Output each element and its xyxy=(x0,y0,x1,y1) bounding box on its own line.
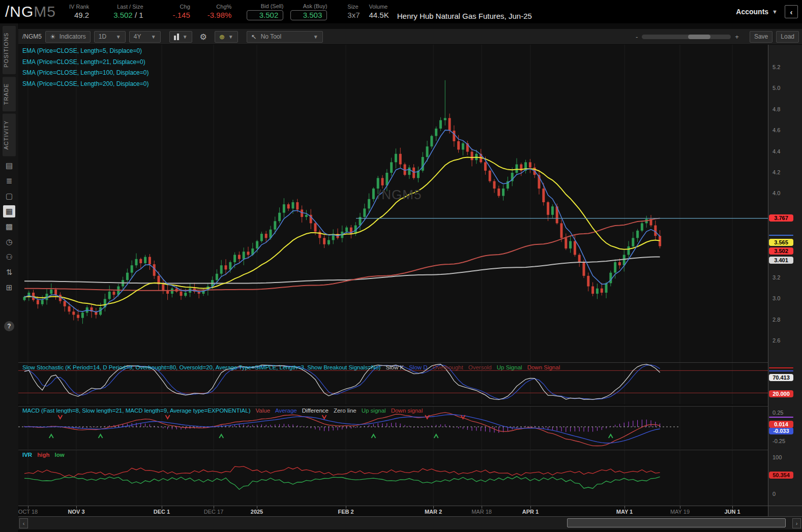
chevron-left-icon: ‹ xyxy=(790,8,793,16)
time-axis[interactable]: OCT 18NOV 3DEC 1DEC 172025FEB 2MAR 2MAR … xyxy=(18,506,802,516)
study-label-3[interactable]: SMA (Price=CLOSE, Length=200, Displace=0… xyxy=(22,79,148,90)
up-signal-arrow xyxy=(49,434,53,438)
axis-price-bubble xyxy=(769,417,793,418)
panel-study-label: MACD (Fast length=8, Slow length=21, MAC… xyxy=(22,408,251,414)
ask-button[interactable]: 3.503 xyxy=(290,10,327,21)
study-label-0[interactable]: EMA (Price=CLOSE, Length=5, Displace=0) xyxy=(22,46,148,57)
price-chart[interactable] xyxy=(18,45,768,362)
axis-price-bubble xyxy=(769,367,793,368)
ivr-header[interactable]: IVRhighlow xyxy=(22,452,70,458)
scrollbar-thumb[interactable] xyxy=(567,518,786,527)
panel-separator[interactable] xyxy=(18,362,802,363)
iv-rank-value: 49.2 xyxy=(74,11,89,20)
sidebar-tab-trade[interactable]: TRADE xyxy=(3,77,16,111)
accounts-menu[interactable]: Accounts ▼ xyxy=(736,8,778,16)
chart-toolbar: /NGM5 ☀ Indicators 1D▼ 4Y▼ ▼ ⚙ ⊕ ▼ ↖ No … xyxy=(18,29,802,45)
axis-price-bubble: 3.401 xyxy=(769,257,793,264)
zoom-slider[interactable] xyxy=(642,35,731,39)
zoom-control: - + xyxy=(636,33,739,41)
axis-price-bubble: 20.000 xyxy=(769,390,793,397)
macd-header[interactable]: MACD (Fast length=8, Slow length=21, MAC… xyxy=(22,408,428,414)
volume-field: Volume 44.5K xyxy=(369,4,389,20)
chg-value: -.145 xyxy=(173,11,190,20)
axis-tick-label: 4.2 xyxy=(773,169,780,175)
zoom-out-button[interactable]: - xyxy=(636,33,638,41)
up-signal-arrow xyxy=(219,434,223,438)
time-tick-label: JUN 1 xyxy=(724,509,740,515)
sidebar-tab-activity[interactable]: ACTIVITY xyxy=(3,114,16,157)
ivr-panel[interactable] xyxy=(18,450,768,506)
time-tick-label: MAR 18 xyxy=(471,509,492,515)
news-icon[interactable]: ▤ xyxy=(3,160,15,172)
chg-field: Chg -.145 xyxy=(173,4,190,20)
legend-item: Slow D xyxy=(409,364,427,370)
widget-box-icon[interactable]: ⊞ xyxy=(3,281,15,294)
chevron-down-icon: ▼ xyxy=(228,34,233,40)
axis-price-bubble: 3.502 xyxy=(769,247,793,255)
chevron-down-icon: ▼ xyxy=(151,34,156,40)
panel-separator[interactable] xyxy=(18,406,802,406)
zoom-in-button[interactable]: + xyxy=(735,33,739,41)
period-dropdown[interactable]: 1D▼ xyxy=(94,31,126,43)
legend-item: Zero line xyxy=(334,408,357,414)
axis-price-bubble: 50.354 xyxy=(769,472,793,479)
history-clock-icon[interactable]: ◷ xyxy=(3,236,15,248)
stochastic-header[interactable]: Slow Stochastic (K Period=14, D Period=9… xyxy=(22,364,565,370)
axis-tick-label: 5.0 xyxy=(773,85,780,91)
axis-tick-label: -0.25 xyxy=(773,438,785,444)
legend-item: low xyxy=(54,452,64,458)
price-axis[interactable]: 5.25.04.84.64.44.24.03.23.02.82.60.25-0.… xyxy=(768,45,802,516)
time-tick-label: OCT 18 xyxy=(18,509,38,515)
axis-tick-label: 3.2 xyxy=(773,274,780,280)
bid-label: Bid (Sell) xyxy=(261,3,284,10)
time-tick-label: DEC 17 xyxy=(204,509,224,515)
quote-header: /NGM5 IV Rank 49.2 Last / Size 3.502 / 1… xyxy=(0,0,802,23)
down-signal-arrow xyxy=(322,415,326,419)
gear-icon: ⚙ xyxy=(200,32,207,42)
bid-button[interactable]: 3.502 xyxy=(247,10,283,21)
volume-value: 44.5K xyxy=(369,11,389,20)
time-tick-label: MAR 2 xyxy=(425,509,442,515)
axis-tick-label: 100 xyxy=(773,454,782,460)
up-signal-arrow xyxy=(434,434,438,438)
dashboard-icon[interactable]: ▩ xyxy=(3,221,15,233)
up-signal-arrow xyxy=(371,434,375,438)
legend-item: IVR xyxy=(22,452,32,458)
study-label-1[interactable]: EMA (Price=CLOSE, Length=21, Displace=0) xyxy=(22,57,148,68)
monitor-icon[interactable]: ▢ xyxy=(3,190,15,202)
size-label: Size xyxy=(347,4,358,11)
chart-scrollbar[interactable]: ‹ › xyxy=(18,516,802,529)
load-button[interactable]: Load xyxy=(776,31,799,43)
range-dropdown[interactable]: 4Y▼ xyxy=(129,31,161,43)
bid-field: Bid (Sell) 3.502 xyxy=(247,3,283,21)
drawing-tool-dropdown[interactable]: ↖ No Tool ▼ xyxy=(247,31,323,43)
help-icon[interactable]: ? xyxy=(4,321,14,331)
collapse-panel-button[interactable]: ‹ xyxy=(785,5,798,18)
candlestick-icon xyxy=(174,34,179,40)
legend-item: Overbought xyxy=(433,364,463,370)
zoom-slider-thumb[interactable] xyxy=(688,35,710,39)
study-label-2[interactable]: SMA (Price=CLOSE, Length=100, Displace=0… xyxy=(22,68,148,79)
axis-tick-label: 4.0 xyxy=(773,190,780,196)
panel-separator[interactable] xyxy=(18,450,802,450)
scroll-right-button[interactable]: › xyxy=(792,518,801,528)
iv-rank-field: IV Rank 49.2 xyxy=(69,4,89,20)
chart-type-dropdown[interactable]: ▼ xyxy=(169,31,192,43)
symbol-title: /NGM5 xyxy=(5,3,56,20)
sidebar-tab-positions[interactable]: POSITIONS xyxy=(3,26,16,74)
chart-settings-button[interactable]: ⚙ xyxy=(196,31,211,43)
time-tick-label: APR 1 xyxy=(522,509,539,515)
down-signal-arrow xyxy=(166,415,170,419)
axis-price-bubble: 0.014 xyxy=(769,421,793,428)
watchlist-icon[interactable]: ≣ xyxy=(3,175,15,187)
calendar-sync-icon[interactable]: ⇅ xyxy=(3,266,15,278)
axis-price-bubble: 70.413 xyxy=(769,374,793,381)
scroll-left-button[interactable]: ‹ xyxy=(19,518,28,528)
community-icon[interactable]: ⚇ xyxy=(3,251,15,263)
axis-price-bubble xyxy=(769,235,793,236)
save-button[interactable]: Save xyxy=(750,31,773,43)
axis-tick-label: 4.4 xyxy=(773,148,780,154)
indicators-button[interactable]: ☀ Indicators xyxy=(45,31,91,43)
grid-layout-dropdown[interactable]: ⊕ ▼ xyxy=(215,31,238,43)
chart-grid-icon[interactable]: ▦ xyxy=(3,205,15,217)
